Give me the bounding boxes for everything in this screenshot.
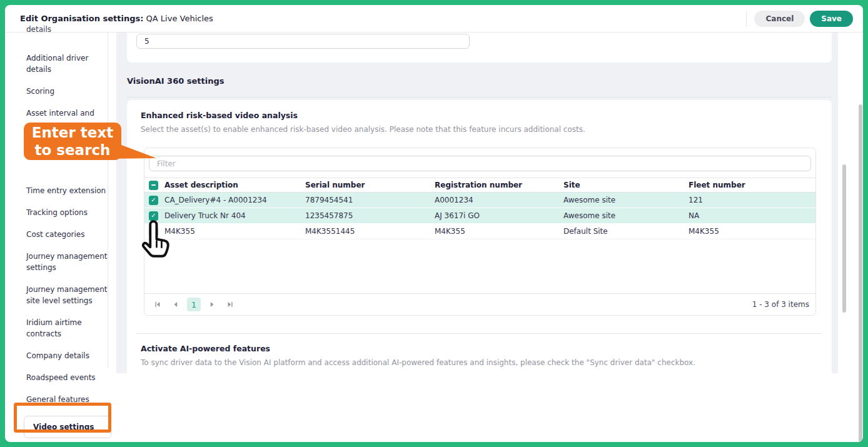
sidebar-item[interactable]: Asset interval and xyxy=(26,108,110,119)
cell-fleet-number: M4K355 xyxy=(689,227,815,236)
pagination-nav: 1 xyxy=(151,298,237,311)
last-page-button[interactable] xyxy=(223,298,237,311)
previous-page-icon xyxy=(173,301,179,308)
column-header[interactable]: Site xyxy=(563,181,689,189)
table-row[interactable]: Delivery Truck Nr 404 1235457875 AJ 3617… xyxy=(144,208,815,224)
general-settings-card xyxy=(127,33,832,63)
column-header[interactable]: Registration number xyxy=(435,181,563,189)
visionai-settings-card: Enhanced risk-based video analysis Selec… xyxy=(127,100,832,373)
sidebar-group-top: Additional driver detailsScoringAsset in… xyxy=(26,53,114,119)
sidebar-item[interactable]: Tracking options xyxy=(26,207,110,218)
pagination-bar: 1 1 - 3 of 3 items xyxy=(144,293,815,315)
first-page-button[interactable] xyxy=(151,298,164,311)
video-analysis-description: Select the asset(s) to enable enhanced r… xyxy=(141,125,585,134)
cell-registration-number: M4K355 xyxy=(435,227,563,236)
ai-features-title: Activate AI-powered features xyxy=(141,344,270,353)
row-checkbox[interactable] xyxy=(149,227,158,236)
save-button[interactable]: Save xyxy=(810,11,853,27)
sidebar-item[interactable]: Company details xyxy=(26,350,110,361)
card-divider xyxy=(136,333,821,334)
sidebar-item[interactable]: Additional driver details xyxy=(26,53,110,75)
cell-fleet-number: 121 xyxy=(689,196,815,204)
cell-asset-description: M4K355 xyxy=(164,227,305,236)
video-analysis-title: Enhanced risk-based video analysis xyxy=(141,111,298,120)
table-row[interactable]: CA_Delivery#4 - A0001234 7879454541 A000… xyxy=(144,193,815,208)
grid-empty-area xyxy=(144,239,815,293)
header-divider xyxy=(746,11,747,26)
page-number-button[interactable]: 1 xyxy=(187,298,201,311)
cell-site: Awesome site xyxy=(563,211,689,220)
sidebar-item[interactable]: Scoring xyxy=(26,86,110,97)
section-divider xyxy=(127,97,832,98)
assets-grid: Asset descriptionSerial numberRegistrati… xyxy=(144,148,816,316)
sidebar-item[interactable]: Time entry extension xyxy=(26,185,110,196)
visionai-section-title: VisionAI 360 settings xyxy=(127,76,225,86)
grid-body: CA_Delivery#4 - A0001234 7879454541 A000… xyxy=(144,193,815,239)
cell-fleet-number: NA xyxy=(689,211,815,220)
numeric-setting-input[interactable] xyxy=(136,34,470,49)
column-header[interactable]: Serial number xyxy=(305,181,435,189)
filter-input[interactable] xyxy=(149,156,811,171)
outer-scrollbar-thumb[interactable] xyxy=(859,104,862,442)
page-title: Edit Organisation settings: QA Live Vehi… xyxy=(20,14,213,23)
sidebar-gap xyxy=(26,129,114,185)
cell-registration-number: A0001234 xyxy=(435,196,563,204)
select-all-checkbox[interactable] xyxy=(149,181,158,190)
next-page-button[interactable] xyxy=(205,298,219,311)
row-checkbox[interactable] xyxy=(149,196,158,205)
sidebar-item[interactable]: Iridium airtime contracts xyxy=(26,317,110,339)
sidebar-item[interactable]: Journey management settings xyxy=(26,251,110,273)
cell-serial-number: M4K3551445 xyxy=(305,227,435,236)
table-row[interactable]: M4K355 M4K3551445 M4K355 Default Site M4… xyxy=(144,224,815,239)
cell-serial-number: 7879454541 xyxy=(305,196,435,204)
sidebar-item-video-settings[interactable]: Video settings xyxy=(24,416,111,438)
sidebar-item[interactable]: Roadspeed events xyxy=(26,372,110,383)
header-bar: Edit Organisation settings: QA Live Vehi… xyxy=(5,5,863,33)
sidebar: Additional driver detailsScoringAsset in… xyxy=(26,33,114,442)
cell-serial-number: 1235457875 xyxy=(305,211,435,220)
sidebar-group-middle: Time entry extensionTracking optionsCost… xyxy=(26,185,114,405)
next-page-icon xyxy=(209,301,215,308)
cell-registration-number: AJ 3617i GO xyxy=(435,211,563,220)
sidebar-item[interactable]: General features xyxy=(26,394,110,405)
cancel-button[interactable]: Cancel xyxy=(754,11,805,27)
page-title-org: QA Live Vehicles xyxy=(143,14,213,23)
last-page-icon xyxy=(227,301,233,308)
cell-asset-description: Delivery Truck Nr 404 xyxy=(164,211,305,220)
cell-site: Awesome site xyxy=(563,196,689,204)
previous-page-button[interactable] xyxy=(169,298,183,311)
ai-features-description: To sync driver data to the Vision AI pla… xyxy=(141,358,695,367)
sidebar-item[interactable]: Cost categories xyxy=(26,229,110,240)
cell-site: Default Site xyxy=(563,227,689,236)
pagination-info: 1 - 3 of 3 items xyxy=(752,300,809,309)
grid-toolbar xyxy=(144,148,815,178)
grid-header-row: Asset descriptionSerial numberRegistrati… xyxy=(144,178,815,193)
page-title-bold: Edit Organisation settings: xyxy=(20,14,143,23)
app-window: Edit Organisation settings: QA Live Vehi… xyxy=(5,5,863,442)
first-page-icon xyxy=(154,301,161,308)
column-header[interactable]: Fleet number xyxy=(689,181,815,189)
row-checkbox[interactable] xyxy=(149,211,158,221)
column-header[interactable]: Asset description xyxy=(164,181,305,189)
main-content: VisionAI 360 settings Enhanced risk-base… xyxy=(116,33,838,373)
cell-asset-description: CA_Delivery#4 - A0001234 xyxy=(164,196,305,204)
sidebar-item[interactable]: Journey management site level settings xyxy=(26,284,110,306)
inner-scrollbar-thumb[interactable] xyxy=(842,164,846,313)
